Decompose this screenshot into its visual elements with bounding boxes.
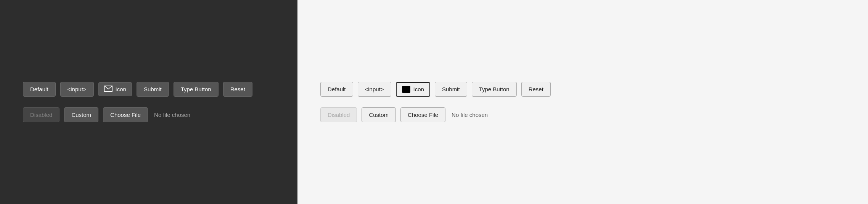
mail-icon (104, 86, 113, 93)
dark-type-button[interactable]: Type Button (174, 82, 219, 97)
dark-icon-button[interactable]: Icon (98, 82, 132, 96)
dark-row-1: Default <input> Icon Submit Type Button … (23, 82, 252, 97)
light-default-button[interactable]: Default (320, 82, 353, 97)
black-square-icon (402, 86, 410, 93)
dark-disabled-button: Disabled (23, 107, 59, 122)
light-icon-button-label: Icon (413, 86, 424, 92)
light-disabled-button: Disabled (320, 107, 357, 122)
light-row-2: Disabled Custom Choose File No file chos… (320, 107, 488, 122)
dark-reset-button[interactable]: Reset (223, 82, 252, 97)
dark-row-2: Disabled Custom Choose File No file chos… (23, 107, 190, 122)
light-submit-button[interactable]: Submit (435, 82, 467, 97)
dark-choose-file-button[interactable]: Choose File (103, 107, 148, 122)
dark-custom-button[interactable]: Custom (64, 107, 98, 122)
light-choose-file-button[interactable]: Choose File (400, 107, 445, 122)
dark-input-button[interactable]: <input> (60, 82, 94, 97)
dark-default-button[interactable]: Default (23, 82, 56, 97)
light-custom-button[interactable]: Custom (362, 107, 396, 122)
dark-submit-button[interactable]: Submit (137, 82, 169, 97)
dark-icon-button-label: Icon (116, 86, 126, 92)
light-icon-button[interactable]: Icon (396, 82, 430, 97)
dark-no-file-label: No file chosen (154, 112, 190, 118)
light-reset-button[interactable]: Reset (521, 82, 551, 97)
light-no-file-label: No file chosen (452, 112, 488, 118)
light-input-button[interactable]: <input> (358, 82, 391, 97)
light-type-button[interactable]: Type Button (472, 82, 517, 97)
light-panel: Default <input> Icon Submit Type Button … (297, 0, 868, 204)
dark-panel: Default <input> Icon Submit Type Button … (0, 0, 297, 204)
light-row-1: Default <input> Icon Submit Type Button … (320, 82, 551, 97)
